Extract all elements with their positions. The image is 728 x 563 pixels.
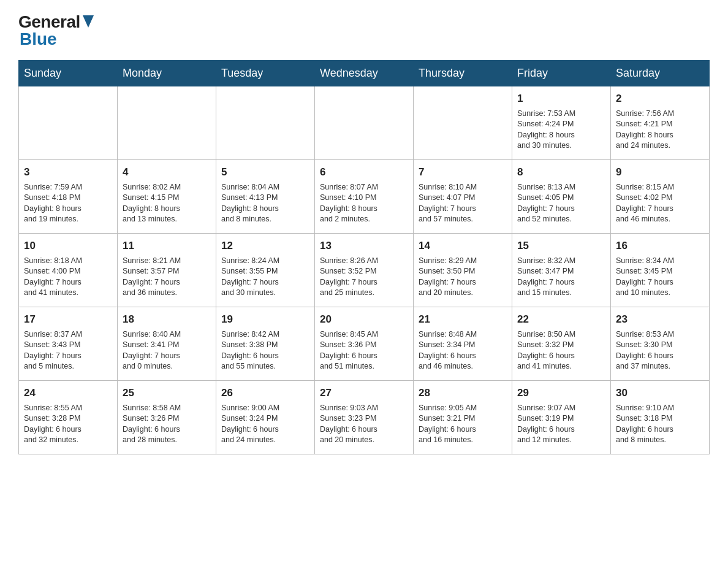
logo-arrow-icon bbox=[83, 15, 94, 30]
day-info: Sunrise: 9:05 AM Sunset: 3:21 PM Dayligh… bbox=[419, 403, 507, 446]
calendar-week-2: 3Sunrise: 7:59 AM Sunset: 4:18 PM Daylig… bbox=[19, 160, 710, 234]
day-number: 9 bbox=[616, 165, 704, 180]
calendar-cell: 12Sunrise: 8:24 AM Sunset: 3:55 PM Dayli… bbox=[216, 234, 315, 307]
day-number: 13 bbox=[320, 239, 408, 253]
weekday-header-monday: Monday bbox=[118, 61, 216, 86]
day-info: Sunrise: 8:18 AM Sunset: 4:00 PM Dayligh… bbox=[24, 256, 112, 299]
calendar-table: SundayMondayTuesdayWednesdayThursdayFrid… bbox=[18, 60, 710, 454]
calendar-cell: 18Sunrise: 8:40 AM Sunset: 3:41 PM Dayli… bbox=[118, 307, 216, 381]
day-info: Sunrise: 8:29 AM Sunset: 3:50 PM Dayligh… bbox=[419, 256, 507, 299]
day-info: Sunrise: 8:40 AM Sunset: 3:41 PM Dayligh… bbox=[123, 329, 211, 372]
calendar-cell: 23Sunrise: 8:53 AM Sunset: 3:30 PM Dayli… bbox=[611, 307, 710, 381]
calendar-cell: 4Sunrise: 8:02 AM Sunset: 4:15 PM Daylig… bbox=[118, 160, 216, 234]
day-info: Sunrise: 8:07 AM Sunset: 4:10 PM Dayligh… bbox=[320, 182, 408, 225]
calendar-cell: 28Sunrise: 9:05 AM Sunset: 3:21 PM Dayli… bbox=[414, 381, 512, 454]
day-info: Sunrise: 8:13 AM Sunset: 4:05 PM Dayligh… bbox=[517, 182, 605, 225]
day-number: 12 bbox=[221, 239, 309, 253]
day-info: Sunrise: 8:50 AM Sunset: 3:32 PM Dayligh… bbox=[517, 329, 605, 372]
day-info: Sunrise: 8:48 AM Sunset: 3:34 PM Dayligh… bbox=[419, 329, 507, 372]
calendar-cell: 1Sunrise: 7:53 AM Sunset: 4:24 PM Daylig… bbox=[512, 86, 611, 160]
day-info: Sunrise: 8:04 AM Sunset: 4:13 PM Dayligh… bbox=[221, 182, 309, 225]
page-header: General Blue bbox=[18, 12, 710, 49]
calendar-cell: 5Sunrise: 8:04 AM Sunset: 4:13 PM Daylig… bbox=[216, 160, 315, 234]
calendar-cell: 2Sunrise: 7:56 AM Sunset: 4:21 PM Daylig… bbox=[611, 86, 710, 160]
day-info: Sunrise: 8:32 AM Sunset: 3:47 PM Dayligh… bbox=[517, 256, 605, 299]
weekday-header-thursday: Thursday bbox=[414, 61, 512, 86]
day-info: Sunrise: 8:58 AM Sunset: 3:26 PM Dayligh… bbox=[123, 403, 211, 446]
calendar-cell bbox=[118, 86, 216, 160]
day-info: Sunrise: 9:00 AM Sunset: 3:24 PM Dayligh… bbox=[221, 403, 309, 446]
calendar-cell: 3Sunrise: 7:59 AM Sunset: 4:18 PM Daylig… bbox=[19, 160, 118, 234]
calendar-cell: 11Sunrise: 8:21 AM Sunset: 3:57 PM Dayli… bbox=[118, 234, 216, 307]
day-info: Sunrise: 8:42 AM Sunset: 3:38 PM Dayligh… bbox=[221, 329, 309, 372]
calendar-cell: 14Sunrise: 8:29 AM Sunset: 3:50 PM Dayli… bbox=[414, 234, 512, 307]
calendar-cell: 24Sunrise: 8:55 AM Sunset: 3:28 PM Dayli… bbox=[19, 381, 118, 454]
day-info: Sunrise: 8:02 AM Sunset: 4:15 PM Dayligh… bbox=[123, 182, 211, 225]
calendar-cell: 21Sunrise: 8:48 AM Sunset: 3:34 PM Dayli… bbox=[414, 307, 512, 381]
day-info: Sunrise: 8:10 AM Sunset: 4:07 PM Dayligh… bbox=[419, 182, 507, 225]
calendar-cell: 20Sunrise: 8:45 AM Sunset: 3:36 PM Dayli… bbox=[315, 307, 414, 381]
calendar-cell bbox=[315, 86, 414, 160]
day-number: 25 bbox=[123, 386, 211, 400]
day-number: 20 bbox=[320, 312, 408, 327]
calendar-cell: 26Sunrise: 9:00 AM Sunset: 3:24 PM Dayli… bbox=[216, 381, 315, 454]
day-number: 19 bbox=[221, 312, 309, 327]
day-number: 18 bbox=[123, 312, 211, 327]
day-number: 29 bbox=[517, 386, 605, 400]
calendar-cell: 17Sunrise: 8:37 AM Sunset: 3:43 PM Dayli… bbox=[19, 307, 118, 381]
svg-marker-0 bbox=[83, 15, 94, 28]
day-number: 11 bbox=[123, 239, 211, 253]
logo-blue-text: Blue bbox=[20, 29, 57, 49]
day-number: 14 bbox=[419, 239, 507, 253]
calendar-cell: 7Sunrise: 8:10 AM Sunset: 4:07 PM Daylig… bbox=[414, 160, 512, 234]
weekday-header-friday: Friday bbox=[512, 61, 611, 86]
day-number: 27 bbox=[320, 386, 408, 400]
weekday-header-saturday: Saturday bbox=[611, 61, 710, 86]
day-number: 15 bbox=[517, 239, 605, 253]
day-info: Sunrise: 8:55 AM Sunset: 3:28 PM Dayligh… bbox=[24, 403, 112, 446]
day-number: 3 bbox=[24, 165, 112, 180]
day-info: Sunrise: 8:15 AM Sunset: 4:02 PM Dayligh… bbox=[616, 182, 704, 225]
calendar-cell: 13Sunrise: 8:26 AM Sunset: 3:52 PM Dayli… bbox=[315, 234, 414, 307]
day-number: 16 bbox=[616, 239, 704, 253]
day-number: 1 bbox=[517, 91, 605, 106]
day-number: 2 bbox=[616, 91, 704, 106]
calendar-week-5: 24Sunrise: 8:55 AM Sunset: 3:28 PM Dayli… bbox=[19, 381, 710, 454]
day-info: Sunrise: 8:21 AM Sunset: 3:57 PM Dayligh… bbox=[123, 256, 211, 299]
calendar-header-row: SundayMondayTuesdayWednesdayThursdayFrid… bbox=[19, 61, 710, 86]
day-info: Sunrise: 9:03 AM Sunset: 3:23 PM Dayligh… bbox=[320, 403, 408, 446]
calendar-cell bbox=[19, 86, 118, 160]
day-number: 7 bbox=[419, 165, 507, 180]
day-info: Sunrise: 7:53 AM Sunset: 4:24 PM Dayligh… bbox=[517, 109, 605, 151]
day-number: 21 bbox=[419, 312, 507, 327]
day-number: 24 bbox=[24, 386, 112, 400]
day-info: Sunrise: 8:37 AM Sunset: 3:43 PM Dayligh… bbox=[24, 329, 112, 372]
calendar-cell bbox=[216, 86, 315, 160]
day-info: Sunrise: 8:53 AM Sunset: 3:30 PM Dayligh… bbox=[616, 329, 704, 372]
calendar-week-4: 17Sunrise: 8:37 AM Sunset: 3:43 PM Dayli… bbox=[19, 307, 710, 381]
calendar-cell: 10Sunrise: 8:18 AM Sunset: 4:00 PM Dayli… bbox=[19, 234, 118, 307]
day-number: 17 bbox=[24, 312, 112, 327]
calendar-cell: 6Sunrise: 8:07 AM Sunset: 4:10 PM Daylig… bbox=[315, 160, 414, 234]
calendar-cell: 29Sunrise: 9:07 AM Sunset: 3:19 PM Dayli… bbox=[512, 381, 611, 454]
calendar-week-1: 1Sunrise: 7:53 AM Sunset: 4:24 PM Daylig… bbox=[19, 86, 710, 160]
calendar-cell: 15Sunrise: 8:32 AM Sunset: 3:47 PM Dayli… bbox=[512, 234, 611, 307]
day-number: 30 bbox=[616, 386, 704, 400]
day-info: Sunrise: 8:34 AM Sunset: 3:45 PM Dayligh… bbox=[616, 256, 704, 299]
day-info: Sunrise: 8:45 AM Sunset: 3:36 PM Dayligh… bbox=[320, 329, 408, 372]
day-info: Sunrise: 8:24 AM Sunset: 3:55 PM Dayligh… bbox=[221, 256, 309, 299]
day-number: 8 bbox=[517, 165, 605, 180]
day-info: Sunrise: 9:10 AM Sunset: 3:18 PM Dayligh… bbox=[616, 403, 704, 446]
weekday-header-sunday: Sunday bbox=[19, 61, 118, 86]
day-number: 5 bbox=[221, 165, 309, 180]
day-info: Sunrise: 7:59 AM Sunset: 4:18 PM Dayligh… bbox=[24, 182, 112, 225]
weekday-header-tuesday: Tuesday bbox=[216, 61, 315, 86]
weekday-header-wednesday: Wednesday bbox=[315, 61, 414, 86]
day-number: 28 bbox=[419, 386, 507, 400]
day-number: 10 bbox=[24, 239, 112, 253]
day-number: 22 bbox=[517, 312, 605, 327]
day-number: 4 bbox=[123, 165, 211, 180]
day-info: Sunrise: 7:56 AM Sunset: 4:21 PM Dayligh… bbox=[616, 109, 704, 151]
calendar-cell: 30Sunrise: 9:10 AM Sunset: 3:18 PM Dayli… bbox=[611, 381, 710, 454]
logo: General Blue bbox=[18, 12, 94, 49]
